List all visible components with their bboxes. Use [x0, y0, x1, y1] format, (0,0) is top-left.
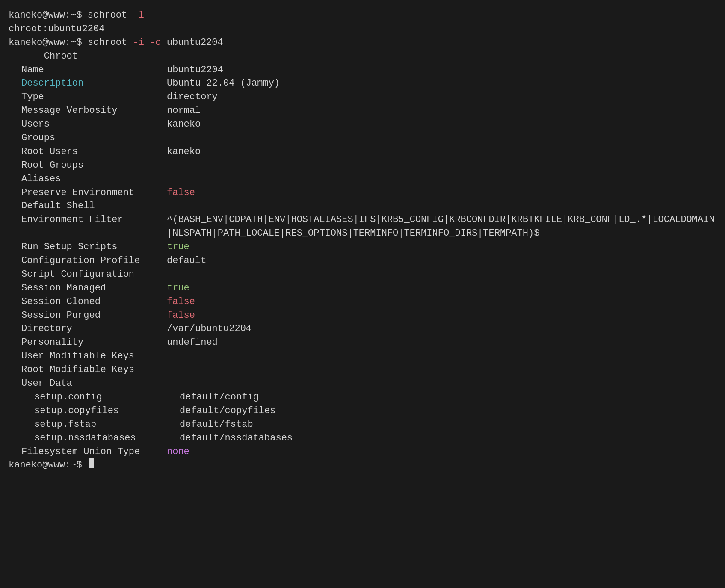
value-setup-nssdatabases: default/nssdatabases: [180, 431, 293, 445]
command-line-2: kaneko@www:~$ schroot -i -c ubuntu2204: [9, 36, 716, 50]
key-directory: Directory: [21, 322, 167, 336]
key-setup-nssdatabases: setup.nssdatabases: [34, 431, 180, 445]
field-session-cloned: Session Clonedfalse: [9, 295, 716, 309]
value-session-purged: false: [167, 309, 195, 322]
field-script-configuration: Script Configuration: [9, 268, 716, 281]
value-personality: undefined: [167, 336, 218, 349]
field-filesystem-union-type: Filesystem Union Typenone: [9, 445, 716, 459]
section-header: —— Chroot ——: [9, 50, 716, 63]
value-description: Ubuntu 22.04 (Jammy): [167, 77, 280, 90]
last-prompt-line: kaneko@www:~$: [9, 458, 716, 472]
field-users: Userskaneko: [9, 118, 716, 131]
field-groups: Groups: [9, 131, 716, 145]
field-root-groups: Root Groups: [9, 159, 716, 172]
value-type: directory: [167, 90, 218, 104]
value-root-users: kaneko: [167, 145, 201, 159]
key-root-modifiable-keys: Root Modifiable Keys: [21, 363, 167, 377]
value-name: ubuntu2204: [167, 63, 223, 77]
last-prompt: kaneko@www:~$: [9, 458, 88, 472]
value-environment-filter: ^(BASH_ENV|CDPATH|ENV|HOSTALIASES|IFS|KR…: [167, 213, 716, 240]
value-setup-copyfiles: default/copyfiles: [180, 404, 275, 418]
prompt-1: kaneko@www:~$: [9, 9, 88, 22]
field-setup-fstab: setup.fstabdefault/fstab: [9, 418, 716, 431]
value-configuration-profile: default: [167, 254, 206, 268]
key-session-purged: Session Purged: [21, 309, 167, 322]
key-message-verbosity: Message Verbosity: [21, 104, 167, 118]
value-message-verbosity: normal: [167, 104, 201, 118]
field-aliases: Aliases: [9, 172, 716, 186]
key-setup-fstab: setup.fstab: [34, 418, 180, 431]
value-preserve-environment: false: [167, 186, 195, 200]
arg-2: ubuntu2204: [167, 36, 223, 50]
value-session-cloned: false: [167, 295, 195, 309]
field-personality: Personalityundefined: [9, 336, 716, 349]
value-filesystem-union-type: none: [167, 445, 189, 459]
field-setup-nssdatabases: setup.nssdatabasesdefault/nssdatabases: [9, 431, 716, 445]
field-user-data: User Data: [9, 377, 716, 390]
key-setup-config: setup.config: [34, 390, 180, 404]
key-root-groups: Root Groups: [21, 159, 167, 172]
key-session-managed: Session Managed: [21, 281, 167, 295]
field-user-modifiable-keys: User Modifiable Keys: [9, 349, 716, 363]
field-type: Typedirectory: [9, 90, 716, 104]
key-name: Name: [21, 63, 167, 77]
field-session-managed: Session Managedtrue: [9, 281, 716, 295]
field-environment-filter: Environment Filter^(BASH_ENV|CDPATH|ENV|…: [9, 213, 716, 240]
key-personality: Personality: [21, 336, 167, 349]
cmd-2: schroot: [88, 36, 133, 50]
field-description: DescriptionUbuntu 22.04 (Jammy): [9, 77, 716, 90]
value-setup-config: default/config: [180, 390, 259, 404]
field-root-modifiable-keys: Root Modifiable Keys: [9, 363, 716, 377]
key-script-configuration: Script Configuration: [21, 268, 167, 281]
section-header-text: —— Chroot ——: [21, 50, 101, 63]
key-aliases: Aliases: [21, 172, 167, 186]
field-session-purged: Session Purgedfalse: [9, 309, 716, 322]
key-description: Description: [21, 77, 167, 90]
prompt-2: kaneko@www:~$: [9, 36, 88, 50]
key-default-shell: Default Shell: [21, 199, 167, 213]
key-environment-filter: Environment Filter: [21, 213, 167, 240]
field-default-shell: Default Shell: [9, 199, 716, 213]
key-user-data: User Data: [21, 377, 167, 390]
field-directory: Directory/var/ubuntu2204: [9, 322, 716, 336]
flag-1: -l: [133, 9, 144, 22]
key-configuration-profile: Configuration Profile: [21, 254, 167, 268]
key-setup-copyfiles: setup.copyfiles: [34, 404, 180, 418]
chroot-label: chroot:ubuntu2204: [9, 22, 104, 36]
key-preserve-environment: Preserve Environment: [21, 186, 167, 200]
key-run-setup-scripts: Run Setup Scripts: [21, 240, 167, 254]
value-session-managed: true: [167, 281, 189, 295]
terminal: kaneko@www:~$ schroot -l chroot:ubuntu22…: [0, 4, 725, 476]
key-type: Type: [21, 90, 167, 104]
field-message-verbosity: Message Verbositynormal: [9, 104, 716, 118]
field-run-setup-scripts: Run Setup Scriptstrue: [9, 240, 716, 254]
value-directory: /var/ubuntu2204: [167, 322, 252, 336]
key-user-modifiable-keys: User Modifiable Keys: [21, 349, 167, 363]
flag-2: -i -c: [133, 36, 166, 50]
command-line-1: kaneko@www:~$ schroot -l: [9, 9, 716, 22]
cmd-1: schroot: [88, 9, 133, 22]
value-run-setup-scripts: true: [167, 240, 189, 254]
field-configuration-profile: Configuration Profiledefault: [9, 254, 716, 268]
key-filesystem-union-type: Filesystem Union Type: [21, 445, 167, 459]
field-setup-config: setup.configdefault/config: [9, 390, 716, 404]
key-users: Users: [21, 118, 167, 131]
key-root-users: Root Users: [21, 145, 167, 159]
value-users: kaneko: [167, 118, 201, 131]
key-groups: Groups: [21, 131, 167, 145]
field-preserve-environment: Preserve Environmentfalse: [9, 186, 716, 200]
field-name: Nameubuntu2204: [9, 63, 716, 77]
cursor: [89, 458, 94, 468]
field-root-users: Root Userskaneko: [9, 145, 716, 159]
value-setup-fstab: default/fstab: [180, 418, 253, 431]
field-setup-copyfiles: setup.copyfilesdefault/copyfiles: [9, 404, 716, 418]
chroot-output: chroot:ubuntu2204: [9, 22, 716, 36]
key-session-cloned: Session Cloned: [21, 295, 167, 309]
